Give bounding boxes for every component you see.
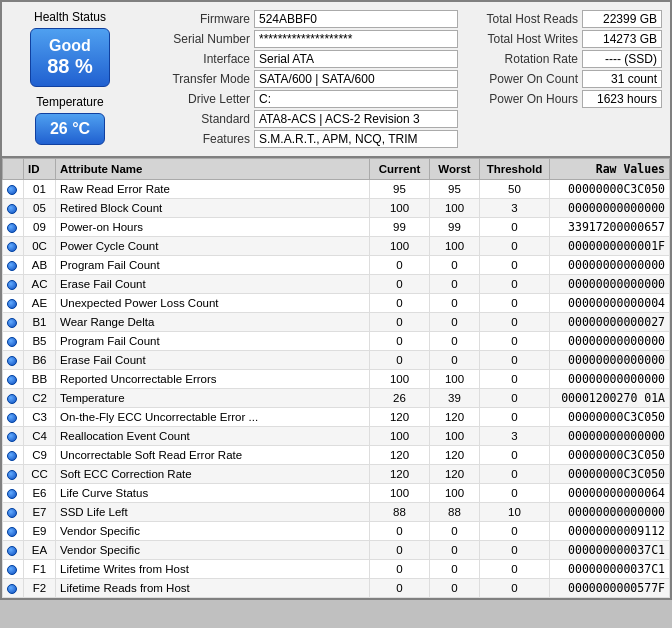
table-row: B1 Wear Range Delta 0 0 0 00000000000027 bbox=[3, 313, 670, 332]
row-worst: 0 bbox=[430, 294, 480, 313]
row-raw: 0000000000577F bbox=[550, 579, 670, 598]
table-header-row: ID Attribute Name Current Worst Threshol… bbox=[3, 159, 670, 180]
col-header-raw: Raw Values bbox=[550, 159, 670, 180]
row-worst: 120 bbox=[430, 408, 480, 427]
row-dot bbox=[3, 332, 24, 351]
main-window: Health Status Good 88 % Temperature 26 °… bbox=[0, 0, 672, 600]
row-id: AE bbox=[24, 294, 56, 313]
serial-label: Serial Number bbox=[140, 32, 250, 46]
power-on-count-label: Power On Count bbox=[468, 72, 578, 86]
row-threshold: 50 bbox=[480, 180, 550, 199]
row-dot bbox=[3, 503, 24, 522]
health-panel: Health Status Good 88 % Temperature 26 °… bbox=[10, 10, 130, 148]
row-id: 01 bbox=[24, 180, 56, 199]
row-id: 05 bbox=[24, 199, 56, 218]
interface-value: Serial ATA bbox=[254, 50, 458, 68]
row-current: 0 bbox=[370, 294, 430, 313]
temperature-badge: 26 °C bbox=[35, 113, 105, 145]
row-dot bbox=[3, 218, 24, 237]
row-threshold: 10 bbox=[480, 503, 550, 522]
status-dot bbox=[7, 242, 17, 252]
row-raw: 00000000009112 bbox=[550, 522, 670, 541]
table-row: E9 Vendor Specific 0 0 0 00000000009112 bbox=[3, 522, 670, 541]
row-name: Program Fail Count bbox=[56, 256, 370, 275]
row-worst: 120 bbox=[430, 465, 480, 484]
row-name: Temperature bbox=[56, 389, 370, 408]
row-worst: 0 bbox=[430, 522, 480, 541]
rotation-row: Rotation Rate ---- (SSD) bbox=[468, 50, 662, 68]
row-threshold: 0 bbox=[480, 522, 550, 541]
row-id: E7 bbox=[24, 503, 56, 522]
row-name: Power-on Hours bbox=[56, 218, 370, 237]
row-current: 120 bbox=[370, 446, 430, 465]
row-name: Vendor Specific bbox=[56, 522, 370, 541]
row-dot bbox=[3, 446, 24, 465]
row-dot bbox=[3, 256, 24, 275]
table-row: 05 Retired Block Count 100 100 3 0000000… bbox=[3, 199, 670, 218]
status-dot bbox=[7, 489, 17, 499]
health-percent-text: 88 % bbox=[47, 55, 93, 78]
row-worst: 0 bbox=[430, 579, 480, 598]
status-dot bbox=[7, 546, 17, 556]
row-worst: 0 bbox=[430, 275, 480, 294]
row-id: BB bbox=[24, 370, 56, 389]
row-name: Lifetime Reads from Host bbox=[56, 579, 370, 598]
row-current: 0 bbox=[370, 351, 430, 370]
info-panel: Firmware 524ABBF0 Serial Number ********… bbox=[140, 10, 458, 148]
row-id: C3 bbox=[24, 408, 56, 427]
table-row: C4 Reallocation Event Count 100 100 3 00… bbox=[3, 427, 670, 446]
status-dot bbox=[7, 584, 17, 594]
row-dot bbox=[3, 427, 24, 446]
col-header-current: Current bbox=[370, 159, 430, 180]
row-threshold: 0 bbox=[480, 370, 550, 389]
row-threshold: 0 bbox=[480, 389, 550, 408]
row-worst: 100 bbox=[430, 427, 480, 446]
row-id: C9 bbox=[24, 446, 56, 465]
row-worst: 0 bbox=[430, 313, 480, 332]
row-current: 26 bbox=[370, 389, 430, 408]
status-dot bbox=[7, 375, 17, 385]
power-on-hours-row: Power On Hours 1623 hours bbox=[468, 90, 662, 108]
table-row: B6 Erase Fail Count 0 0 0 00000000000000 bbox=[3, 351, 670, 370]
row-current: 100 bbox=[370, 370, 430, 389]
row-threshold: 0 bbox=[480, 465, 550, 484]
row-threshold: 0 bbox=[480, 218, 550, 237]
status-dot bbox=[7, 318, 17, 328]
table-row: B5 Program Fail Count 0 0 0 000000000000… bbox=[3, 332, 670, 351]
row-dot bbox=[3, 560, 24, 579]
row-name: Life Curve Status bbox=[56, 484, 370, 503]
row-threshold: 0 bbox=[480, 351, 550, 370]
row-current: 0 bbox=[370, 541, 430, 560]
table-row: EA Vendor Specific 0 0 0 000000000037C1 bbox=[3, 541, 670, 560]
row-current: 120 bbox=[370, 408, 430, 427]
row-worst: 100 bbox=[430, 370, 480, 389]
row-dot bbox=[3, 199, 24, 218]
table-row: 01 Raw Read Error Rate 95 95 50 00000000… bbox=[3, 180, 670, 199]
row-id: EA bbox=[24, 541, 56, 560]
status-dot bbox=[7, 470, 17, 480]
row-raw: 000000000037C1 bbox=[550, 560, 670, 579]
status-dot bbox=[7, 527, 17, 537]
status-dot bbox=[7, 356, 17, 366]
table-row: AE Unexpected Power Loss Count 0 0 0 000… bbox=[3, 294, 670, 313]
row-threshold: 0 bbox=[480, 332, 550, 351]
row-id: C2 bbox=[24, 389, 56, 408]
status-dot bbox=[7, 204, 17, 214]
row-current: 100 bbox=[370, 427, 430, 446]
row-raw: 00000000000064 bbox=[550, 484, 670, 503]
transfer-label: Transfer Mode bbox=[140, 72, 250, 86]
row-threshold: 0 bbox=[480, 579, 550, 598]
serial-row: Serial Number ******************** bbox=[140, 30, 458, 48]
row-id: F1 bbox=[24, 560, 56, 579]
row-threshold: 3 bbox=[480, 199, 550, 218]
row-current: 0 bbox=[370, 522, 430, 541]
row-worst: 88 bbox=[430, 503, 480, 522]
status-dot bbox=[7, 223, 17, 233]
smart-table-section: ID Attribute Name Current Worst Threshol… bbox=[2, 157, 670, 598]
table-row: 09 Power-on Hours 99 99 0 33917200000657 bbox=[3, 218, 670, 237]
row-raw: 00000000000000 bbox=[550, 370, 670, 389]
smart-table: ID Attribute Name Current Worst Threshol… bbox=[2, 158, 670, 598]
drive-value: C: bbox=[254, 90, 458, 108]
col-header-worst: Worst bbox=[430, 159, 480, 180]
table-row: AC Erase Fail Count 0 0 0 00000000000000 bbox=[3, 275, 670, 294]
